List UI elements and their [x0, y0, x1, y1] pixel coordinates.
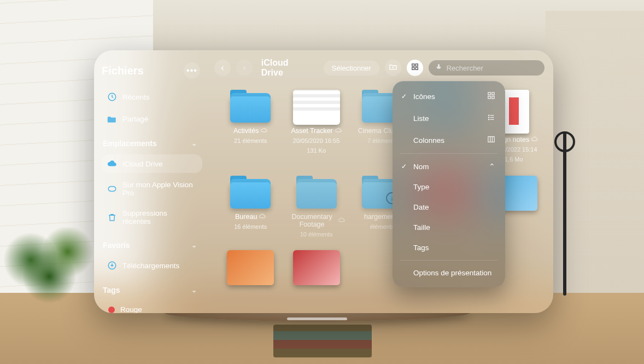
sidebar-item-label: iCloud Drive: [122, 160, 163, 168]
folder-icon: [227, 90, 274, 125]
chevron-down-icon: ⌄: [191, 140, 197, 147]
sidebar-item-label: Suppressions récentes: [122, 209, 197, 226]
sidebar-item-label: Récents: [122, 93, 150, 101]
file-item[interactable]: [288, 250, 344, 285]
clock-icon: [107, 92, 117, 102]
columns-icon: [487, 135, 495, 145]
search-input[interactable]: [447, 64, 538, 72]
sidebar-item-label: Sur mon Apple Vision Pro: [122, 181, 197, 197]
svg-rect-4: [412, 67, 414, 70]
sidebar-item-icloud[interactable]: iCloud Drive: [102, 154, 202, 173]
file-meta: 16 éléments: [234, 223, 267, 230]
sidebar-item-downloads[interactable]: Téléchargements: [102, 256, 202, 275]
menu-item-sort-date[interactable]: Date: [393, 197, 505, 217]
svg-rect-13: [488, 137, 494, 142]
menu-item-list[interactable]: Liste: [393, 107, 505, 129]
svg-point-10: [489, 115, 489, 115]
file-meta: 21 éléments: [234, 137, 267, 145]
svg-rect-6: [488, 93, 490, 95]
svg-rect-2: [412, 64, 414, 66]
more-button[interactable]: •••: [184, 62, 200, 79]
cloud-status-icon: [338, 217, 345, 224]
menu-item-presentation-options[interactable]: Options de présentation: [393, 263, 505, 283]
file-name: Activités: [233, 127, 268, 135]
headset-icon: [107, 184, 117, 194]
chevron-left-icon: ‹: [221, 63, 224, 73]
grid-icon: [487, 91, 495, 101]
file-name: Bureau: [235, 213, 266, 221]
file-item[interactable]: Documentary Footage10 éléments: [288, 176, 344, 238]
chevron-up-icon: ⌃: [489, 162, 495, 171]
svg-rect-3: [415, 64, 418, 66]
chevron-right-icon: ›: [243, 63, 245, 73]
folder-plus-icon: [389, 62, 397, 73]
svg-rect-8: [488, 96, 490, 99]
svg-point-12: [489, 119, 489, 120]
menu-item-icons[interactable]: ✓ Icônes: [393, 85, 505, 107]
trash-icon: [107, 212, 117, 222]
file-item[interactable]: Bureau16 éléments: [222, 176, 279, 238]
svg-rect-9: [492, 96, 494, 99]
grid-icon: [411, 63, 419, 73]
file-meta: 131 Ko: [307, 147, 326, 154]
window-resize-handle[interactable]: [287, 317, 347, 320]
menu-item-columns[interactable]: Colonnes: [393, 129, 505, 151]
svg-rect-7: [492, 93, 494, 95]
ellipsis-icon: •••: [186, 66, 197, 75]
file-item[interactable]: Activités21 éléments: [222, 90, 279, 164]
check-icon: ✓: [400, 163, 408, 170]
svg-point-11: [489, 117, 489, 118]
cloud-icon: [107, 159, 117, 169]
svg-rect-5: [415, 67, 418, 70]
chevron-down-icon: ⌄: [191, 286, 197, 294]
menu-item-sort-tags[interactable]: Tags: [393, 238, 505, 258]
microphone-icon: [435, 63, 442, 73]
sidebar-item-recently-deleted[interactable]: Suppressions récentes: [102, 205, 202, 230]
cloud-status-icon: [259, 213, 266, 221]
download-icon: [107, 261, 117, 270]
back-button[interactable]: ‹: [214, 60, 231, 76]
file-item[interactable]: Asset Tracker20/05/2020 16:55131 Ko: [288, 90, 344, 164]
sidebar-section-favorites[interactable]: Favoris ⌄: [102, 233, 202, 253]
sidebar-item-recents[interactable]: Récents: [102, 88, 202, 106]
sidebar-section-locations[interactable]: Emplacements ⌄: [102, 131, 202, 151]
sidebar-item-shared[interactable]: Partagé: [102, 109, 202, 128]
file-item[interactable]: [222, 250, 279, 285]
view-options-menu: ✓ Icônes Liste Colonnes ✓ Nom ⌃ Type Dat…: [393, 81, 505, 287]
breadcrumb: iCloud Drive: [261, 58, 313, 78]
view-options-button[interactable]: [407, 60, 423, 76]
shared-folder-icon: [107, 114, 117, 124]
photo-icon: [227, 250, 274, 285]
search-field[interactable]: [429, 60, 545, 76]
sidebar-item-label: Partagé: [122, 115, 148, 123]
file-name: Documentary Footage: [288, 213, 344, 228]
file-name: Asset Tracker: [291, 127, 341, 135]
file-meta: éléments: [370, 223, 395, 230]
spreadsheet-icon: [293, 90, 340, 125]
folder-icon: [227, 176, 274, 211]
sidebar-item-label: Téléchargements: [122, 262, 179, 270]
sidebar-item-on-device[interactable]: Sur mon Apple Vision Pro: [102, 176, 202, 201]
select-button[interactable]: Sélectionner: [324, 61, 379, 76]
check-icon: ✓: [400, 93, 408, 100]
menu-item-sort-name[interactable]: ✓ Nom ⌃: [393, 156, 505, 177]
new-folder-button[interactable]: [385, 60, 401, 76]
menu-item-sort-size[interactable]: Taille: [393, 217, 505, 238]
list-icon: [487, 113, 495, 123]
sidebar-section-tags[interactable]: Tags ⌄: [102, 278, 202, 298]
app-title: Fichiers: [102, 65, 144, 77]
cloud-status-icon: [531, 136, 538, 143]
photo-icon: [293, 250, 340, 285]
menu-item-sort-type[interactable]: Type: [393, 177, 505, 197]
forward-button[interactable]: ›: [236, 60, 253, 76]
file-meta: 1,6 Mo: [505, 155, 523, 163]
cloud-status-icon: [335, 127, 342, 135]
sidebar-item-label: Rouge: [120, 305, 142, 313]
sidebar: Fichiers ••• Récents Partagé Emplacement…: [94, 50, 208, 313]
chevron-down-icon: ⌄: [191, 241, 197, 249]
tag-dot-icon: [108, 307, 115, 313]
toolbar: ‹ › iCloud Drive Sélectionner: [208, 50, 553, 84]
sidebar-item-tag-red[interactable]: Rouge: [102, 301, 202, 313]
folder-icon: [293, 176, 340, 211]
file-meta: 10 éléments: [300, 230, 333, 238]
